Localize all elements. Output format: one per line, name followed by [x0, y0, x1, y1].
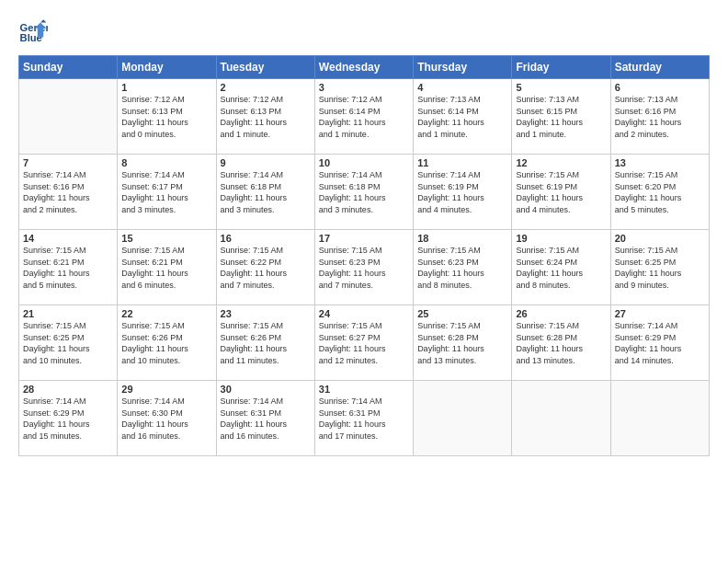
- week-row-3: 14Sunrise: 7:15 AMSunset: 6:21 PMDayligh…: [19, 230, 710, 305]
- col-header-friday: Friday: [512, 56, 610, 79]
- day-number: 15: [121, 233, 211, 244]
- day-info: Sunrise: 7:13 AMSunset: 6:15 PMDaylight:…: [516, 94, 606, 140]
- day-info: Sunrise: 7:15 AMSunset: 6:24 PMDaylight:…: [516, 245, 606, 291]
- day-info: Sunrise: 7:14 AMSunset: 6:31 PMDaylight:…: [221, 396, 311, 442]
- day-number: 29: [121, 384, 211, 395]
- day-info: Sunrise: 7:15 AMSunset: 6:28 PMDaylight:…: [516, 320, 606, 366]
- header: General Blue: [18, 17, 710, 46]
- day-number: 10: [319, 157, 409, 168]
- day-cell: 21Sunrise: 7:15 AMSunset: 6:25 PMDayligh…: [19, 305, 118, 381]
- day-cell: 30Sunrise: 7:14 AMSunset: 6:31 PMDayligh…: [216, 381, 314, 456]
- day-number: 12: [516, 157, 606, 168]
- day-cell: 27Sunrise: 7:14 AMSunset: 6:29 PMDayligh…: [610, 305, 709, 381]
- day-number: 18: [417, 233, 507, 244]
- day-cell: 18Sunrise: 7:15 AMSunset: 6:23 PMDayligh…: [414, 230, 512, 305]
- day-number: 22: [121, 308, 211, 319]
- day-cell: [19, 79, 118, 155]
- day-cell: 9Sunrise: 7:14 AMSunset: 6:18 PMDaylight…: [216, 155, 314, 230]
- day-info: Sunrise: 7:12 AMSunset: 6:13 PMDaylight:…: [221, 94, 311, 140]
- day-cell: 23Sunrise: 7:15 AMSunset: 6:26 PMDayligh…: [216, 305, 314, 381]
- col-header-tuesday: Tuesday: [216, 56, 314, 79]
- day-number: 26: [516, 308, 606, 319]
- day-number: 7: [23, 157, 113, 168]
- day-number: 31: [319, 384, 409, 395]
- day-info: Sunrise: 7:15 AMSunset: 6:25 PMDaylight:…: [23, 320, 113, 366]
- day-info: Sunrise: 7:14 AMSunset: 6:29 PMDaylight:…: [615, 320, 705, 366]
- day-cell: 3Sunrise: 7:12 AMSunset: 6:14 PMDaylight…: [314, 79, 413, 155]
- calendar-table: SundayMondayTuesdayWednesdayThursdayFrid…: [18, 55, 710, 456]
- day-cell: [512, 381, 610, 456]
- day-info: Sunrise: 7:14 AMSunset: 6:31 PMDaylight:…: [319, 396, 409, 442]
- day-number: 19: [516, 233, 606, 244]
- day-cell: 7Sunrise: 7:14 AMSunset: 6:16 PMDaylight…: [19, 155, 118, 230]
- day-cell: [414, 381, 512, 456]
- day-info: Sunrise: 7:13 AMSunset: 6:14 PMDaylight:…: [417, 94, 507, 140]
- day-cell: [610, 381, 709, 456]
- day-info: Sunrise: 7:15 AMSunset: 6:26 PMDaylight:…: [121, 320, 211, 366]
- day-info: Sunrise: 7:14 AMSunset: 6:19 PMDaylight:…: [417, 169, 507, 215]
- day-info: Sunrise: 7:12 AMSunset: 6:13 PMDaylight:…: [121, 94, 211, 140]
- day-info: Sunrise: 7:15 AMSunset: 6:26 PMDaylight:…: [221, 320, 311, 366]
- day-info: Sunrise: 7:15 AMSunset: 6:27 PMDaylight:…: [319, 320, 409, 366]
- day-cell: 17Sunrise: 7:15 AMSunset: 6:23 PMDayligh…: [314, 230, 413, 305]
- day-cell: 13Sunrise: 7:15 AMSunset: 6:20 PMDayligh…: [610, 155, 709, 230]
- day-cell: 11Sunrise: 7:14 AMSunset: 6:19 PMDayligh…: [414, 155, 512, 230]
- day-number: 3: [319, 82, 409, 93]
- day-cell: 25Sunrise: 7:15 AMSunset: 6:28 PMDayligh…: [414, 305, 512, 381]
- day-number: 9: [221, 157, 311, 168]
- col-header-thursday: Thursday: [414, 56, 512, 79]
- day-number: 1: [121, 82, 211, 93]
- day-info: Sunrise: 7:14 AMSunset: 6:16 PMDaylight:…: [23, 169, 113, 215]
- week-row-4: 21Sunrise: 7:15 AMSunset: 6:25 PMDayligh…: [19, 305, 710, 381]
- logo-icon: General Blue: [18, 17, 48, 46]
- day-info: Sunrise: 7:15 AMSunset: 6:23 PMDaylight:…: [417, 245, 507, 291]
- day-number: 30: [221, 384, 311, 395]
- day-number: 8: [121, 157, 211, 168]
- day-number: 11: [417, 157, 507, 168]
- page: General Blue SundayMondayTuesdayWednesda…: [0, 0, 728, 465]
- day-cell: 5Sunrise: 7:13 AMSunset: 6:15 PMDaylight…: [512, 79, 610, 155]
- day-number: 25: [417, 308, 507, 319]
- day-number: 6: [615, 82, 705, 93]
- day-number: 17: [319, 233, 409, 244]
- day-cell: 19Sunrise: 7:15 AMSunset: 6:24 PMDayligh…: [512, 230, 610, 305]
- week-row-2: 7Sunrise: 7:14 AMSunset: 6:16 PMDaylight…: [19, 155, 710, 230]
- day-info: Sunrise: 7:15 AMSunset: 6:19 PMDaylight:…: [516, 169, 606, 215]
- day-info: Sunrise: 7:15 AMSunset: 6:23 PMDaylight:…: [319, 245, 409, 291]
- col-header-monday: Monday: [118, 56, 216, 79]
- day-number: 21: [23, 308, 113, 319]
- day-number: 28: [23, 384, 113, 395]
- day-cell: 26Sunrise: 7:15 AMSunset: 6:28 PMDayligh…: [512, 305, 610, 381]
- day-number: 4: [417, 82, 507, 93]
- svg-marker-3: [40, 19, 46, 22]
- day-cell: 29Sunrise: 7:14 AMSunset: 6:30 PMDayligh…: [118, 381, 216, 456]
- day-cell: 2Sunrise: 7:12 AMSunset: 6:13 PMDaylight…: [216, 79, 314, 155]
- day-info: Sunrise: 7:15 AMSunset: 6:22 PMDaylight:…: [221, 245, 311, 291]
- day-info: Sunrise: 7:15 AMSunset: 6:21 PMDaylight:…: [23, 245, 113, 291]
- day-cell: 4Sunrise: 7:13 AMSunset: 6:14 PMDaylight…: [414, 79, 512, 155]
- logo: General Blue: [18, 17, 51, 46]
- day-number: 2: [221, 82, 311, 93]
- day-cell: 24Sunrise: 7:15 AMSunset: 6:27 PMDayligh…: [314, 305, 413, 381]
- day-info: Sunrise: 7:12 AMSunset: 6:14 PMDaylight:…: [319, 94, 409, 140]
- day-cell: 12Sunrise: 7:15 AMSunset: 6:19 PMDayligh…: [512, 155, 610, 230]
- day-number: 24: [319, 308, 409, 319]
- day-number: 5: [516, 82, 606, 93]
- day-info: Sunrise: 7:14 AMSunset: 6:29 PMDaylight:…: [23, 396, 113, 442]
- day-info: Sunrise: 7:15 AMSunset: 6:28 PMDaylight:…: [417, 320, 507, 366]
- day-number: 14: [23, 233, 113, 244]
- day-cell: 15Sunrise: 7:15 AMSunset: 6:21 PMDayligh…: [118, 230, 216, 305]
- day-info: Sunrise: 7:15 AMSunset: 6:21 PMDaylight:…: [121, 245, 211, 291]
- day-info: Sunrise: 7:15 AMSunset: 6:25 PMDaylight:…: [615, 245, 705, 291]
- day-info: Sunrise: 7:14 AMSunset: 6:18 PMDaylight:…: [221, 169, 311, 215]
- day-cell: 10Sunrise: 7:14 AMSunset: 6:18 PMDayligh…: [314, 155, 413, 230]
- day-number: 27: [615, 308, 705, 319]
- day-cell: 8Sunrise: 7:14 AMSunset: 6:17 PMDaylight…: [118, 155, 216, 230]
- day-info: Sunrise: 7:14 AMSunset: 6:18 PMDaylight:…: [319, 169, 409, 215]
- day-cell: 28Sunrise: 7:14 AMSunset: 6:29 PMDayligh…: [19, 381, 118, 456]
- day-cell: 1Sunrise: 7:12 AMSunset: 6:13 PMDaylight…: [118, 79, 216, 155]
- col-header-sunday: Sunday: [19, 56, 118, 79]
- day-info: Sunrise: 7:13 AMSunset: 6:16 PMDaylight:…: [615, 94, 705, 140]
- day-info: Sunrise: 7:15 AMSunset: 6:20 PMDaylight:…: [615, 169, 705, 215]
- week-row-5: 28Sunrise: 7:14 AMSunset: 6:29 PMDayligh…: [19, 381, 710, 456]
